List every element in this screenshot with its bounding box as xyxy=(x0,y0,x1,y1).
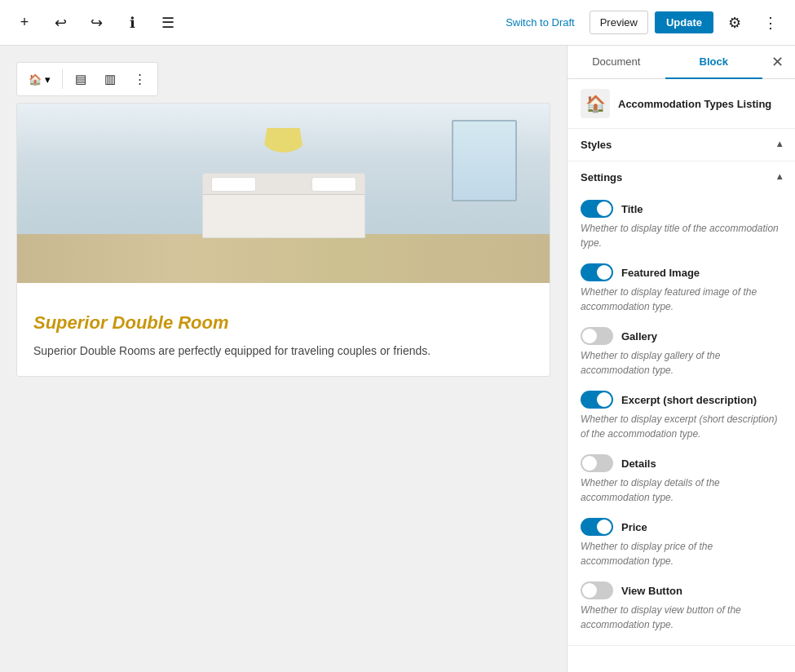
block-icon-large: 🏠 xyxy=(581,89,610,118)
setting-row-view-button: View Button xyxy=(581,581,782,599)
setting-row-featured-image: Featured Image xyxy=(581,263,782,281)
right-panel: Document Block ✕ 🏠 Accommodation Types L… xyxy=(567,46,795,672)
toggle-price[interactable] xyxy=(581,518,613,536)
panel-tabs: Document Block ✕ xyxy=(568,46,795,79)
toggle-gallery[interactable] xyxy=(581,327,613,345)
block-type-icon: 🏠 xyxy=(29,73,42,86)
add-block-button[interactable]: + xyxy=(10,8,39,38)
styles-section: Styles ▾ xyxy=(568,129,795,161)
styles-chevron-icon: ▾ xyxy=(777,139,782,151)
toggle-title[interactable] xyxy=(581,200,613,218)
toggle-details[interactable] xyxy=(581,454,613,472)
info-button[interactable]: ℹ xyxy=(117,8,147,38)
settings-body: TitleWhether to display title of the acc… xyxy=(568,193,795,645)
pillow2-decoration xyxy=(311,177,356,192)
undo-button[interactable]: ↩ xyxy=(46,8,75,38)
setting-desc-details: Whether to display details of the accomm… xyxy=(581,475,782,505)
settings-label: Settings xyxy=(581,171,622,183)
setting-item-title: TitleWhether to display title of the acc… xyxy=(581,200,782,250)
setting-item-view-button: View ButtonWhether to display view butto… xyxy=(581,581,782,632)
setting-row-title: Title xyxy=(581,200,782,218)
setting-label-featured-image: Featured Image xyxy=(621,267,700,279)
setting-label-view-button: View Button xyxy=(621,585,682,597)
setting-desc-view-button: Whether to display view button of the ac… xyxy=(581,603,782,632)
block-description: Superior Double Rooms are perfectly equi… xyxy=(33,342,533,360)
setting-label-gallery: Gallery xyxy=(621,330,657,343)
setting-desc-featured-image: Whether to display featured image of the… xyxy=(581,285,782,314)
setting-item-price: PriceWhether to display price of the acc… xyxy=(581,518,782,568)
block-name-label: Accommodation Types Listing xyxy=(618,98,771,110)
setting-label-excerpt: Excerpt (short description) xyxy=(621,394,757,406)
setting-label-details: Details xyxy=(621,458,656,470)
toolbar-left: + ↩ ↪ ℹ ☰ xyxy=(10,8,183,38)
block-toolbar: 🏠 ▾ ▤ ▥ ⋮ xyxy=(16,62,158,96)
top-toolbar: + ↩ ↪ ℹ ☰ Switch to Draft Preview Update… xyxy=(0,0,795,46)
setting-item-excerpt: Excerpt (short description)Whether to di… xyxy=(581,391,782,441)
redo-button[interactable]: ↪ xyxy=(82,8,111,38)
lamp-decoration xyxy=(263,128,304,177)
switch-draft-button[interactable]: Switch to Draft xyxy=(497,11,583,33)
preview-button[interactable]: Preview xyxy=(590,11,648,34)
settings-chevron-icon: ▾ xyxy=(777,172,782,183)
block-type-button[interactable]: 🏠 ▾ xyxy=(22,70,57,89)
toggle-excerpt[interactable] xyxy=(581,391,613,409)
bed-decoration xyxy=(202,173,365,238)
styles-section-header[interactable]: Styles ▾ xyxy=(568,129,795,161)
window-decoration xyxy=(452,120,517,201)
panel-content: 🏠 Accommodation Types Listing Styles ▾ S… xyxy=(568,79,795,672)
pillow1-decoration xyxy=(211,177,256,192)
setting-row-excerpt: Excerpt (short description) xyxy=(581,391,782,409)
lamp-shade xyxy=(263,128,304,153)
panel-block-header: 🏠 Accommodation Types Listing xyxy=(568,79,795,129)
block-image xyxy=(17,104,550,283)
tab-block[interactable]: Block xyxy=(665,46,763,79)
editor-area: 🏠 ▾ ▤ ▥ ⋮ xyxy=(0,46,567,672)
main-area: 🏠 ▾ ▤ ▥ ⋮ xyxy=(0,46,795,672)
setting-desc-title: Whether to display title of the accommod… xyxy=(581,221,782,250)
setting-desc-price: Whether to display price of the accommod… xyxy=(581,539,782,568)
toggle-view-button[interactable] xyxy=(581,581,613,599)
block-title: Superior Double Room xyxy=(33,312,533,334)
styles-label: Styles xyxy=(581,139,612,151)
settings-section-header[interactable]: Settings ▾ xyxy=(568,161,795,193)
block-more-button[interactable]: ⋮ xyxy=(126,66,152,92)
content-block: Superior Double Room Superior Double Roo… xyxy=(16,103,550,377)
toolbar-divider xyxy=(62,69,63,89)
setting-row-price: Price xyxy=(581,518,782,536)
layout1-button[interactable]: ▤ xyxy=(68,66,94,92)
settings-button[interactable]: ⚙ xyxy=(720,8,749,38)
setting-desc-excerpt: Whether to display excerpt (short descri… xyxy=(581,412,782,441)
menu-button[interactable]: ☰ xyxy=(153,8,183,38)
panel-close-button[interactable]: ✕ xyxy=(762,47,792,77)
bedroom-scene xyxy=(17,104,550,283)
tab-document[interactable]: Document xyxy=(568,46,665,79)
more-options-button[interactable]: ⋮ xyxy=(756,8,785,38)
setting-item-featured-image: Featured ImageWhether to display feature… xyxy=(581,263,782,314)
setting-label-price: Price xyxy=(621,521,647,533)
toggle-featured-image[interactable] xyxy=(581,263,613,281)
setting-row-details: Details xyxy=(581,454,782,472)
toolbar-right: Switch to Draft Preview Update ⚙ ⋮ xyxy=(497,8,785,38)
layout2-button[interactable]: ▥ xyxy=(97,66,123,92)
setting-item-gallery: GalleryWhether to display gallery of the… xyxy=(581,327,782,378)
settings-section: Settings ▾ TitleWhether to display title… xyxy=(568,161,795,646)
update-button[interactable]: Update xyxy=(655,11,713,33)
setting-item-details: DetailsWhether to display details of the… xyxy=(581,454,782,505)
setting-label-title: Title xyxy=(621,203,643,215)
block-type-chevron: ▾ xyxy=(45,73,51,86)
setting-row-gallery: Gallery xyxy=(581,327,782,345)
content-block-inner: Superior Double Room Superior Double Roo… xyxy=(17,296,550,376)
setting-desc-gallery: Whether to display gallery of the accomm… xyxy=(581,348,782,378)
